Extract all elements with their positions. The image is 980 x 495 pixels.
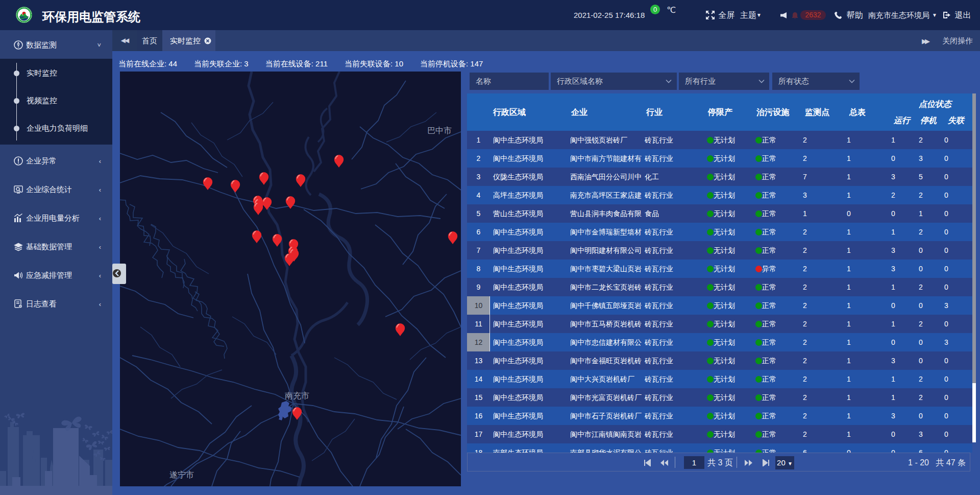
svg-text:遂宁市: 遂宁市 — [169, 470, 194, 479]
svg-text:南充市: 南充市 — [285, 391, 309, 400]
svg-text:巴中市: 巴中市 — [427, 126, 452, 135]
